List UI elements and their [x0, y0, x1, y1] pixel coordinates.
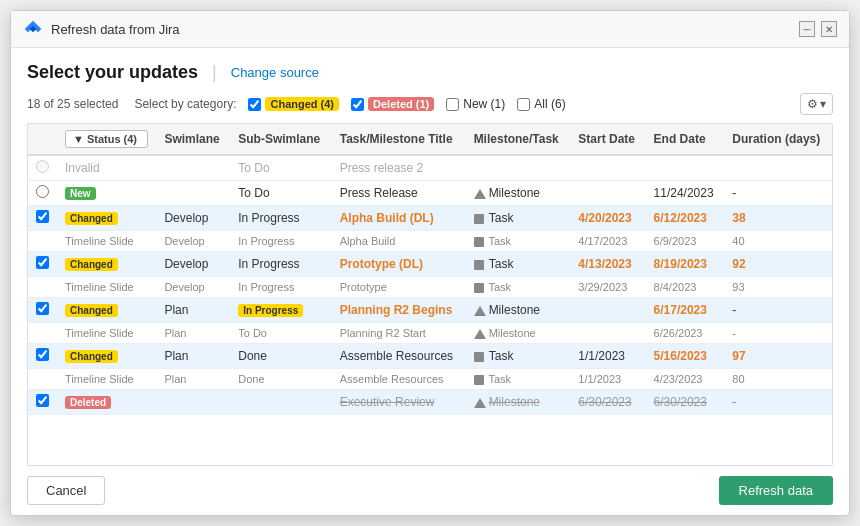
- gear-button[interactable]: ⚙ ▾: [800, 93, 833, 115]
- row-checkbox[interactable]: [36, 256, 49, 269]
- row-sub-swimlane: In Progress: [230, 206, 331, 231]
- titlebar-title: Refresh data from Jira: [51, 22, 180, 37]
- sub-row-status: Timeline Slide: [57, 277, 156, 298]
- row-swimlane: Plan: [156, 344, 230, 369]
- titlebar-controls: ─ ✕: [799, 21, 837, 37]
- changed-checkbox[interactable]: [248, 98, 261, 111]
- sub-row-status: Timeline Slide: [57, 323, 156, 344]
- sub-row-duration: 40: [724, 231, 832, 252]
- deleted-status-badge: Deleted: [65, 396, 111, 409]
- row-milestone-task: Milestone: [466, 298, 571, 323]
- sub-row-status: Timeline Slide: [57, 369, 156, 390]
- row-status: Changed: [57, 252, 156, 277]
- deleted-checkbox[interactable]: [351, 98, 364, 111]
- row-duration: -: [724, 390, 832, 415]
- minimize-button[interactable]: ─: [799, 21, 815, 37]
- filter-label: Status (4): [87, 133, 137, 145]
- changed-status-badge: Changed: [65, 258, 118, 271]
- table-row-sub: Timeline Slide Plan Done Assemble Resour…: [28, 369, 832, 390]
- cancel-button[interactable]: Cancel: [27, 476, 105, 505]
- row-milestone-task: Task: [466, 206, 571, 231]
- row-checkbox-cell: [28, 344, 57, 369]
- row-title: Press release 2: [332, 155, 466, 181]
- row-duration: 38: [724, 206, 832, 231]
- row-start-date: [570, 181, 645, 206]
- sub-row-duration: -: [724, 323, 832, 344]
- sub-row-status: Timeline Slide: [57, 231, 156, 252]
- category-changed[interactable]: Changed (4): [248, 97, 339, 111]
- sub-row-title: Planning R2 Start: [332, 323, 466, 344]
- sub-row-start-date: 4/17/2023: [570, 231, 645, 252]
- row-sub-swimlane: To Do: [230, 155, 331, 181]
- task-title-changed: Alpha Build (DL): [340, 211, 434, 225]
- titlebar-left: Refresh data from Jira: [23, 19, 180, 39]
- change-source-link[interactable]: Change source: [231, 65, 319, 80]
- sub-row-swimlane: Develop: [156, 277, 230, 298]
- sub-row-milestone-task: Task: [466, 231, 571, 252]
- sub-row-check: [28, 231, 57, 252]
- sub-row-milestone-task: Milestone: [466, 323, 571, 344]
- table-row: New To Do Press Release Milestone 11/24/…: [28, 181, 832, 206]
- all-checkbox[interactable]: [517, 98, 530, 111]
- row-sub-swimlane: Done: [230, 344, 331, 369]
- row-status: Changed: [57, 344, 156, 369]
- row-start-date: [570, 155, 645, 181]
- sub-row-start-date: 1/1/2023: [570, 369, 645, 390]
- jira-logo-icon: [23, 19, 43, 39]
- row-status: Changed: [57, 206, 156, 231]
- row-radio-cell: [28, 155, 57, 181]
- status-filter-button[interactable]: ▼ Status (4): [65, 130, 148, 148]
- row-checkbox[interactable]: [36, 348, 49, 361]
- sub-row-swimlane: Plan: [156, 323, 230, 344]
- dialog: Refresh data from Jira ─ ✕ Select your u…: [10, 10, 850, 516]
- titlebar: Refresh data from Jira ─ ✕: [11, 11, 849, 48]
- in-progress-badge: In Progress: [238, 304, 303, 317]
- row-status: Changed: [57, 298, 156, 323]
- milestone-icon: [474, 306, 486, 316]
- sub-row-end-date: 8/4/2023: [646, 277, 725, 298]
- task-icon: [474, 237, 484, 247]
- data-table-wrapper: ▼ Status (4) Swimlane Sub-Swimlane Task/…: [27, 123, 833, 466]
- row-radio[interactable]: [36, 185, 49, 198]
- close-button[interactable]: ✕: [821, 21, 837, 37]
- milestone-icon: [474, 398, 486, 408]
- sub-row-check: [28, 277, 57, 298]
- row-milestone-task: Task: [466, 344, 571, 369]
- row-duration: [724, 155, 832, 181]
- row-radio[interactable]: [36, 160, 49, 173]
- row-checkbox[interactable]: [36, 394, 49, 407]
- sub-row-end-date: 6/9/2023: [646, 231, 725, 252]
- dialog-heading: Select your updates: [27, 62, 198, 83]
- refresh-button[interactable]: Refresh data: [719, 476, 833, 505]
- task-icon: [474, 375, 484, 385]
- sub-row-start-date: 3/29/2023: [570, 277, 645, 298]
- changed-status-badge: Changed: [65, 304, 118, 317]
- row-milestone-task: [466, 155, 571, 181]
- sub-row-milestone-task: Task: [466, 277, 571, 298]
- category-all[interactable]: All (6): [517, 97, 565, 111]
- row-duration: 97: [724, 344, 832, 369]
- row-checkbox[interactable]: [36, 302, 49, 315]
- category-deleted[interactable]: Deleted (1): [351, 97, 434, 111]
- deleted-badge: Deleted (1): [368, 97, 434, 111]
- row-end-date: 6/17/2023: [646, 298, 725, 323]
- row-start-date: 6/30/2023: [570, 390, 645, 415]
- col-end-date: End Date: [646, 124, 725, 155]
- row-milestone-task: Task: [466, 252, 571, 277]
- sub-row-start-date: [570, 323, 645, 344]
- row-status: Deleted: [57, 390, 156, 415]
- footer: Cancel Refresh data: [27, 466, 833, 505]
- sub-row-milestone-task: Task: [466, 369, 571, 390]
- col-title: Task/Milestone Title: [332, 124, 466, 155]
- new-checkbox[interactable]: [446, 98, 459, 111]
- row-end-date: [646, 155, 725, 181]
- table-row: Changed Develop In Progress Prototype (D…: [28, 252, 832, 277]
- sub-row-check: [28, 369, 57, 390]
- row-checkbox[interactable]: [36, 210, 49, 223]
- sub-row-check: [28, 323, 57, 344]
- row-checkbox-cell: [28, 390, 57, 415]
- all-label: All (6): [534, 97, 565, 111]
- category-new[interactable]: New (1): [446, 97, 505, 111]
- row-start-date: [570, 298, 645, 323]
- table-row: Invalid To Do Press release 2: [28, 155, 832, 181]
